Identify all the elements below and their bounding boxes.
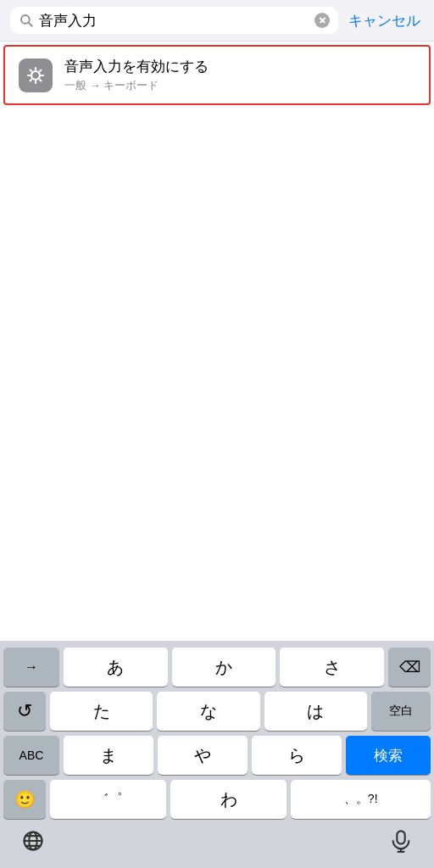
globe-button[interactable] bbox=[14, 825, 53, 857]
result-text: 音声入力を有効にする 一般 → キーボード bbox=[64, 57, 209, 93]
key-ma[interactable]: ま bbox=[64, 736, 153, 775]
clear-button[interactable] bbox=[314, 13, 330, 28]
svg-rect-2 bbox=[19, 58, 53, 92]
key-emoji[interactable]: 🙂 bbox=[3, 780, 46, 819]
key-ka[interactable]: か bbox=[172, 648, 276, 687]
search-input-wrapper bbox=[10, 7, 338, 34]
svg-line-10 bbox=[40, 70, 41, 70]
results-area: 音声入力を有効にする 一般 → キーボード bbox=[0, 45, 434, 105]
result-item[interactable]: 音声入力を有効にする 一般 → キーボード bbox=[3, 45, 431, 105]
key-ra[interactable]: ら bbox=[252, 736, 342, 775]
svg-line-8 bbox=[31, 70, 31, 70]
key-ya[interactable]: や bbox=[158, 736, 248, 775]
key-delete[interactable]: ⌫ bbox=[388, 648, 431, 687]
key-na[interactable]: な bbox=[157, 692, 259, 731]
mic-button[interactable] bbox=[381, 825, 420, 857]
result-subtitle: 一般 → キーボード bbox=[64, 78, 209, 93]
result-title: 音声入力を有効にする bbox=[64, 57, 209, 76]
key-row-3: ABC ま や ら 検索 bbox=[3, 736, 431, 775]
keyboard-rows: → あ か さ ⌫ ↺ た な は 空白 ABC ま や ら 検索 🙂 ゛゜ わ… bbox=[0, 641, 434, 822]
key-sa[interactable]: さ bbox=[280, 648, 384, 687]
key-undo[interactable]: ↺ bbox=[3, 692, 46, 731]
key-space[interactable]: 空白 bbox=[371, 692, 431, 731]
content-area bbox=[0, 108, 434, 465]
svg-line-1 bbox=[29, 23, 32, 26]
key-a[interactable]: あ bbox=[64, 648, 168, 687]
key-punctuation[interactable]: 、。?! bbox=[291, 780, 431, 819]
key-wa[interactable]: わ bbox=[170, 780, 287, 819]
key-ha[interactable]: は bbox=[264, 692, 367, 731]
key-dakuten[interactable]: ゛゜ bbox=[50, 780, 166, 819]
search-input[interactable] bbox=[39, 12, 309, 29]
keyboard: → あ か さ ⌫ ↺ た な は 空白 ABC ま や ら 検索 🙂 ゛゜ わ… bbox=[0, 641, 434, 868]
mic-icon bbox=[389, 829, 413, 853]
cancel-button[interactable]: キャンセル bbox=[345, 11, 424, 31]
key-arrow[interactable]: → bbox=[3, 648, 59, 687]
key-abc[interactable]: ABC bbox=[3, 736, 59, 775]
key-ta[interactable]: た bbox=[50, 692, 153, 731]
settings-icon bbox=[19, 58, 53, 92]
svg-line-9 bbox=[40, 79, 41, 80]
key-row-1: → あ か さ ⌫ bbox=[3, 648, 431, 687]
search-bar: キャンセル bbox=[0, 0, 434, 42]
svg-rect-17 bbox=[397, 831, 404, 843]
svg-line-11 bbox=[31, 79, 31, 80]
globe-icon bbox=[21, 829, 45, 853]
key-search[interactable]: 検索 bbox=[346, 736, 431, 775]
keyboard-bottom bbox=[0, 822, 434, 868]
search-icon bbox=[19, 13, 34, 28]
key-row-4: 🙂 ゛゜ わ 、。?! bbox=[3, 780, 431, 819]
key-row-2: ↺ た な は 空白 bbox=[3, 692, 431, 731]
